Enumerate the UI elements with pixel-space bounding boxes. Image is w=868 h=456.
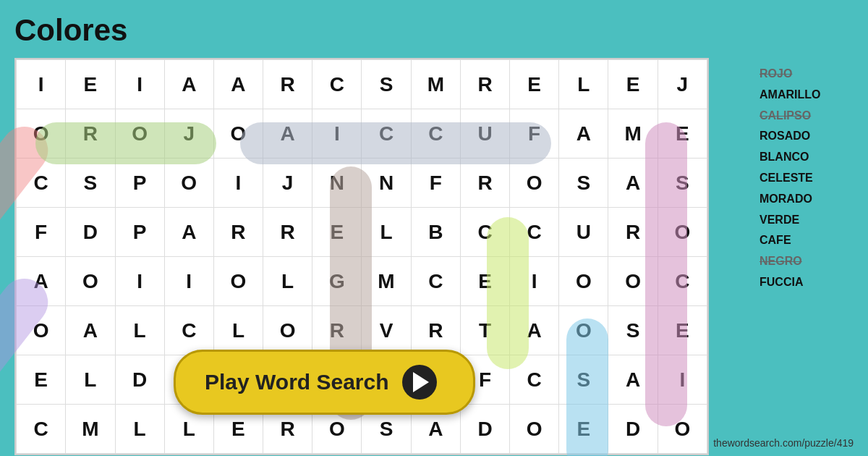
cell-1-8[interactable]: C [411,109,460,159]
cell-0-11[interactable]: L [559,60,608,109]
cell-3-12[interactable]: R [608,208,658,257]
cell-7-1[interactable]: M [66,405,115,454]
cell-2-8[interactable]: F [411,159,460,208]
cell-7-13[interactable]: O [658,405,707,454]
cell-6-2[interactable]: D [115,355,164,405]
cell-0-3[interactable]: A [164,60,213,109]
cell-3-4[interactable]: R [213,208,263,257]
cell-4-10[interactable]: I [510,257,559,306]
cell-1-4[interactable]: O [213,109,263,159]
cell-7-0[interactable]: C [17,405,66,454]
cell-6-1[interactable]: L [66,355,115,405]
cell-3-9[interactable]: C [461,208,510,257]
cell-6-10[interactable]: C [510,355,559,405]
cell-1-7[interactable]: C [362,109,411,159]
cell-5-7[interactable]: V [362,306,411,355]
cell-0-4[interactable]: A [213,60,263,109]
cell-0-6[interactable]: C [312,60,362,109]
cell-0-10[interactable]: E [510,60,559,109]
cell-6-0[interactable]: E [17,355,66,405]
cell-6-11[interactable]: S [559,355,608,405]
cell-6-12[interactable]: A [608,355,658,405]
cell-4-6[interactable]: G [312,257,362,306]
cell-0-2[interactable]: I [115,60,164,109]
cell-1-1[interactable]: R [66,109,115,159]
cell-2-10[interactable]: O [510,159,559,208]
cell-0-1[interactable]: E [66,60,115,109]
cell-4-0[interactable]: A [17,257,66,306]
cell-1-11[interactable]: A [559,109,608,159]
cell-4-8[interactable]: C [411,257,460,306]
cell-4-3[interactable]: I [164,257,213,306]
cell-1-3[interactable]: J [164,109,213,159]
cell-5-3[interactable]: C [164,306,213,355]
cell-1-5[interactable]: A [263,109,312,159]
cell-1-0[interactable]: O [17,109,66,159]
cell-0-13[interactable]: J [658,60,707,109]
cell-3-5[interactable]: R [263,208,312,257]
cell-2-6[interactable]: N [312,159,362,208]
cell-5-8[interactable]: R [411,306,460,355]
words-container: ROJOAMARILLOCALIPSOROSADOBLANCOCELESTEMO… [760,64,854,293]
cell-2-7[interactable]: N [362,159,411,208]
cell-4-2[interactable]: I [115,257,164,306]
cell-7-10[interactable]: O [510,405,559,454]
cell-6-13[interactable]: I [658,355,707,405]
cell-0-0[interactable]: I [17,60,66,109]
cell-4-7[interactable]: M [362,257,411,306]
cell-2-0[interactable]: C [17,159,66,208]
cell-5-0[interactable]: O [17,306,66,355]
cell-3-8[interactable]: B [411,208,460,257]
cell-5-10[interactable]: A [510,306,559,355]
cell-5-1[interactable]: A [66,306,115,355]
cell-1-6[interactable]: I [312,109,362,159]
cell-2-11[interactable]: S [559,159,608,208]
cell-2-3[interactable]: O [164,159,213,208]
cell-4-5[interactable]: L [263,257,312,306]
cell-1-2[interactable]: O [115,109,164,159]
cell-4-11[interactable]: O [559,257,608,306]
cell-7-2[interactable]: L [115,405,164,454]
cell-1-9[interactable]: U [461,109,510,159]
cell-3-0[interactable]: F [17,208,66,257]
cell-4-12[interactable]: O [608,257,658,306]
cell-4-13[interactable]: C [658,257,707,306]
cell-2-1[interactable]: S [66,159,115,208]
cell-1-13[interactable]: E [658,109,707,159]
cell-2-2[interactable]: P [115,159,164,208]
cell-0-5[interactable]: R [263,60,312,109]
cell-1-12[interactable]: M [608,109,658,159]
cell-5-13[interactable]: E [658,306,707,355]
cell-5-6[interactable]: R [312,306,362,355]
cell-5-11[interactable]: O [559,306,608,355]
cell-5-4[interactable]: L [213,306,263,355]
cell-3-6[interactable]: E [312,208,362,257]
cell-5-5[interactable]: O [263,306,312,355]
cell-3-10[interactable]: C [510,208,559,257]
cell-2-4[interactable]: I [213,159,263,208]
cell-2-13[interactable]: S [658,159,707,208]
cell-4-4[interactable]: O [213,257,263,306]
cell-7-12[interactable]: D [608,405,658,454]
cell-7-11[interactable]: E [559,405,608,454]
cell-5-12[interactable]: S [608,306,658,355]
cell-2-12[interactable]: A [608,159,658,208]
cell-0-12[interactable]: E [608,60,658,109]
cell-2-5[interactable]: J [263,159,312,208]
cell-0-9[interactable]: R [461,60,510,109]
cell-3-3[interactable]: A [164,208,213,257]
cell-3-1[interactable]: D [66,208,115,257]
cell-0-8[interactable]: M [411,60,460,109]
cell-2-9[interactable]: R [461,159,510,208]
cell-4-9[interactable]: E [461,257,510,306]
cell-5-2[interactable]: L [115,306,164,355]
cell-0-7[interactable]: S [362,60,411,109]
cell-3-11[interactable]: U [559,208,608,257]
cell-3-13[interactable]: O [658,208,707,257]
cell-3-2[interactable]: P [115,208,164,257]
cell-4-1[interactable]: O [66,257,115,306]
cell-5-9[interactable]: T [461,306,510,355]
play-word-search-button[interactable]: Play Word Search [174,350,475,415]
cell-1-10[interactable]: F [510,109,559,159]
cell-3-7[interactable]: L [362,208,411,257]
